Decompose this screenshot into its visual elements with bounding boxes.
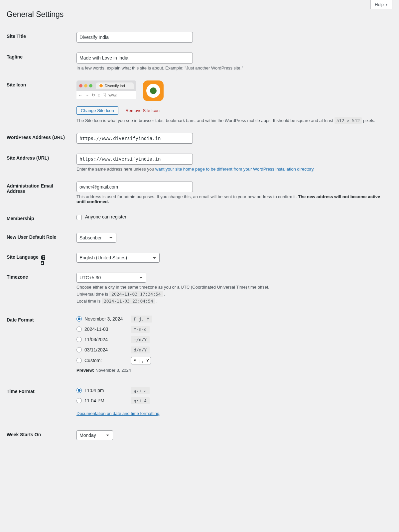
- time-format-option[interactable]: 11:04 PMg:i A: [76, 397, 389, 404]
- timezone-select[interactable]: UTC+5:30: [76, 273, 146, 283]
- site-language-label: Site Language: [7, 248, 73, 268]
- time-format-option-label: 11:04 pm: [84, 388, 131, 393]
- date-format-option-label: 11/03/2024: [84, 337, 131, 342]
- date-format-custom-label: Custom:: [84, 358, 131, 363]
- site-icon-label: Site Icon: [7, 75, 73, 128]
- date-format-option[interactable]: 03/11/2024d/m/Y: [76, 346, 389, 353]
- wpurl-input[interactable]: [76, 133, 193, 144]
- default-role-label: New User Default Role: [7, 228, 73, 248]
- change-site-icon-button[interactable]: Change Site Icon: [76, 106, 118, 115]
- date-format-option-label: 03/11/2024: [84, 347, 131, 352]
- time-format-option[interactable]: 11:04 pmg:i a: [76, 387, 389, 394]
- site-icon-help: The Site Icon is what you see in browser…: [76, 118, 389, 123]
- timezone-local: Local time is 2024-11-03 23:04:54 .: [76, 299, 389, 304]
- date-format-radio[interactable]: [76, 337, 82, 342]
- datetime-docs-link[interactable]: Documentation on date and time formattin…: [76, 411, 159, 416]
- timezone-utc: Universal time is 2024-11-03 17:34:54 .: [76, 292, 389, 297]
- date-format-custom-input[interactable]: [131, 357, 151, 364]
- date-format-option-label: 2024-11-03: [84, 327, 131, 332]
- tagline-help: In a few words, explain what this site i…: [76, 66, 389, 70]
- date-format-custom-radio[interactable]: [76, 358, 82, 363]
- time-format-option-code: g:i a: [131, 387, 150, 394]
- site-title-input[interactable]: [76, 32, 193, 43]
- membership-checkbox-row[interactable]: Anyone can register: [76, 214, 126, 219]
- siteurl-label: Site Address (URL): [7, 149, 73, 176]
- time-format-option-label: 11:04 PM: [84, 398, 131, 403]
- browser-tab-text: Diversify Ind: [105, 84, 125, 88]
- date-format-option-code: F j, Y: [131, 316, 152, 323]
- tagline-label: Tagline: [7, 48, 73, 75]
- date-format-option[interactable]: 11/03/2024m/d/Y: [76, 336, 389, 343]
- translate-icon: [41, 254, 48, 260]
- date-format-option-code: m/d/Y: [131, 336, 150, 343]
- home-icon: ⌂: [98, 93, 100, 97]
- date-format-option-code: d/m/Y: [131, 346, 150, 353]
- siteurl-help: Enter the same address here unless you w…: [76, 167, 389, 172]
- wpurl-label: WordPress Address (URL): [7, 128, 73, 149]
- site-language-select[interactable]: English (United States): [76, 253, 160, 263]
- date-format-radio[interactable]: [76, 316, 82, 322]
- siteurl-input[interactable]: [76, 154, 193, 164]
- timezone-help: Choose either a city in the same timezon…: [76, 285, 389, 290]
- membership-checkbox[interactable]: [76, 215, 82, 220]
- admin-email-input[interactable]: [76, 182, 193, 192]
- back-icon: ←: [78, 93, 82, 97]
- membership-label: Membership: [7, 209, 73, 228]
- date-format-option[interactable]: November 3, 2024F j, Y: [76, 316, 389, 323]
- chevron-down-icon: ▼: [385, 3, 388, 6]
- traffic-light-red-icon: [79, 84, 82, 87]
- page-icon: ▫: [103, 93, 106, 97]
- tagline-input[interactable]: [76, 53, 193, 63]
- site-icon-browser-preview: Diversify Ind ← → ↻ ⌂ ▫ www.: [76, 80, 136, 99]
- admin-email-label: Administration Email Address: [7, 177, 73, 209]
- reload-icon: ↻: [92, 93, 95, 97]
- date-format-preview: Preview: November 3, 2024: [76, 368, 389, 373]
- page-title: General Settings: [7, 10, 392, 19]
- site-icon-large-preview: [143, 80, 164, 101]
- remove-site-icon-link[interactable]: Remove Site Icon: [123, 107, 162, 114]
- date-format-custom-option[interactable]: Custom:: [76, 357, 389, 364]
- favicon-icon: [99, 83, 103, 88]
- default-role-select[interactable]: Subscriber: [76, 233, 116, 243]
- week-start-select[interactable]: Monday: [76, 430, 113, 440]
- date-format-label: Date Format: [7, 311, 73, 382]
- time-format-option-code: g:i A: [131, 397, 150, 404]
- date-format-option-label: November 3, 2024: [84, 316, 131, 322]
- date-format-option[interactable]: 2024-11-03Y-m-d: [76, 326, 389, 333]
- help-tab[interactable]: Help ▼: [370, 0, 392, 9]
- siteurl-help-link[interactable]: want your site home page to be different…: [155, 167, 313, 172]
- timezone-label: Timezone: [7, 268, 73, 311]
- date-format-radio[interactable]: [76, 347, 82, 352]
- time-format-label: Time Format: [7, 382, 73, 425]
- help-label: Help: [375, 2, 384, 7]
- date-format-option-code: Y-m-d: [131, 326, 150, 333]
- time-format-radio[interactable]: [76, 398, 82, 403]
- forward-icon: →: [85, 93, 89, 97]
- url-text: www.: [108, 93, 117, 97]
- traffic-light-green-icon: [89, 84, 92, 87]
- week-start-label: Week Starts On: [7, 425, 73, 445]
- time-format-radio[interactable]: [76, 388, 82, 393]
- site-title-label: Site Title: [7, 27, 73, 48]
- membership-checkbox-label: Anyone can register: [85, 214, 127, 219]
- admin-email-help: This address is used for admin purposes.…: [76, 194, 389, 204]
- traffic-light-yellow-icon: [84, 84, 87, 87]
- date-format-radio[interactable]: [76, 327, 82, 332]
